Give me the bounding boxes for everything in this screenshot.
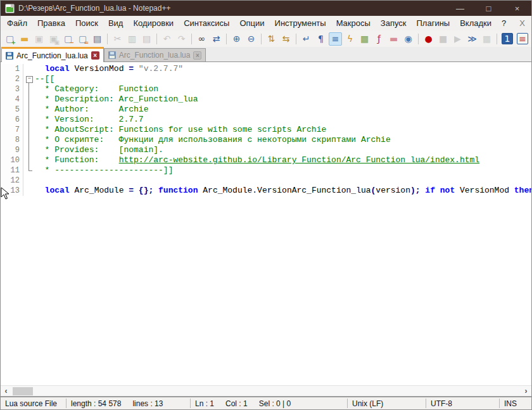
menu-item-?[interactable]: ? — [497, 16, 511, 30]
plugin-button-1-icon[interactable]: 1 — [502, 33, 513, 44]
line-number: 6 — [1, 115, 23, 125]
macro-run-multiple-icon[interactable]: ≫ — [466, 32, 479, 46]
line-number: 9 — [1, 145, 23, 155]
open-file-icon[interactable]: ▬ — [18, 32, 31, 46]
editor-line-2[interactable]: 2--[[ — [1, 74, 531, 84]
copy-icon[interactable]: ▥ — [125, 32, 139, 46]
plugin-button-2-icon[interactable]: ≡ — [517, 33, 528, 44]
word-wrap-icon[interactable]: ↵ — [300, 32, 313, 46]
code-text: * О скрипте: Функции для использования с… — [35, 135, 531, 145]
document-close-icon[interactable]: X — [517, 17, 528, 29]
tab-close-icon[interactable]: × — [91, 51, 99, 60]
editor-line-12[interactable]: 12 — [1, 176, 531, 186]
tab-2[interactable]: Arc_Function_lua.lua× — [104, 48, 206, 61]
minimize-button[interactable]: — — [446, 1, 474, 16]
close-all-badge: = — [84, 40, 89, 46]
user-defined-dialog-icon[interactable]: ϟ — [343, 32, 357, 46]
scrollbar-track[interactable] — [11, 386, 521, 396]
saved-file-icon — [108, 51, 116, 59]
zoom-in-glyph: ⊕ — [233, 34, 241, 43]
scroll-right-icon[interactable]: › — [521, 386, 531, 397]
macro-record-icon[interactable]: ● — [422, 32, 435, 46]
menu-item-Поиск[interactable]: Поиск — [70, 16, 103, 30]
editor-line-7[interactable]: 7 * AboutScript: Functions for use with … — [1, 125, 531, 135]
menu-item-Правка[interactable]: Правка — [32, 16, 70, 30]
zoom-out-glyph: ⊖ — [248, 34, 255, 43]
editor-line-5[interactable]: 5 * Author: Archie — [1, 105, 531, 115]
menu-item-Плагины[interactable]: Плагины — [412, 16, 455, 30]
find-icon[interactable]: ∞ — [195, 32, 208, 46]
close-button[interactable]: × — [503, 1, 531, 16]
status-lines: lines : 13 — [132, 399, 163, 408]
function-list-icon[interactable]: ƒ — [372, 32, 386, 46]
sync-horizontal-scroll-icon[interactable]: ⇆ — [279, 32, 293, 46]
print-icon[interactable]: ▤ — [91, 32, 104, 46]
zoom-out-icon[interactable]: ⊖ — [244, 32, 258, 46]
menu-item-Кодировки[interactable]: Кодировки — [128, 16, 179, 30]
show-indent-guide-icon[interactable]: ≡ — [329, 32, 342, 46]
save-all-icon[interactable]: ▣▣ — [47, 32, 60, 46]
menu-item-Макросы[interactable]: Макросы — [331, 16, 376, 30]
menu-item-Синтаксисы[interactable]: Синтаксисы — [179, 16, 234, 30]
code-text: * Description: Arc_Function_lua — [35, 94, 531, 105]
maximize-button[interactable]: □ — [474, 1, 503, 16]
fold-margin-start[interactable] — [23, 74, 35, 84]
find-glyph: ∞ — [198, 34, 206, 43]
code-text: * Function: http://arc-website.github.io… — [35, 155, 531, 165]
statusbar: Lua source File length : 54 578 lines : … — [1, 397, 531, 409]
menu-item-Файл[interactable]: Файл — [2, 16, 32, 30]
editor-line-6[interactable]: 6 * Version: 2.7.7 — [1, 115, 531, 125]
fold-margin-line — [23, 84, 35, 94]
paste-icon[interactable]: ▤ — [140, 32, 153, 46]
fold-margin-line — [23, 125, 35, 135]
editor-line-3[interactable]: 3 * Category: Function — [1, 84, 531, 94]
plugin-button-2-glyph: ≡ — [519, 34, 526, 43]
close-file-icon[interactable]: ▢− — [61, 32, 75, 46]
editor-line-8[interactable]: 8 * О скрипте: Функции для использования… — [1, 135, 531, 145]
folder-as-workspace-icon[interactable]: ▬ — [387, 32, 400, 46]
macro-stop-icon[interactable]: ■ — [436, 32, 450, 46]
line-number: 1 — [1, 64, 23, 74]
redo-icon[interactable]: ↷ — [175, 32, 188, 46]
code-text: * Version: 2.7.7 — [35, 115, 531, 125]
editor-line-11[interactable]: 11 * ----------------------]] — [1, 165, 531, 176]
save-all-badge: ▣ — [54, 40, 60, 46]
horizontal-scrollbar[interactable]: ‹ › — [1, 385, 531, 396]
fold-margin-line — [23, 94, 35, 105]
macro-play-icon[interactable]: ▶ — [451, 32, 464, 46]
document-map-icon[interactable]: ▦ — [358, 32, 371, 46]
new-file-icon[interactable]: ▢+ — [3, 32, 16, 46]
editor-lines: 1 local VersionMod = "v.2.7.7"2--[[3 * C… — [1, 62, 531, 196]
titlebar: D:\Резерв\Arc_Function_lua.lua - Notepad… — [1, 1, 531, 16]
function-list-glyph: ƒ — [377, 34, 381, 43]
view-monitoring-icon[interactable]: ◉ — [402, 32, 415, 46]
menu-item-Опции[interactable]: Опции — [234, 16, 269, 30]
editor-line-9[interactable]: 9 * Provides: [nomain]. — [1, 145, 531, 155]
menu-item-Вкладки[interactable]: Вкладки — [455, 16, 497, 30]
show-all-characters-icon[interactable]: ¶ — [314, 32, 327, 46]
toolbar: ▢+▬▣▣▣▢−▢=▤✂▥▤↶↷∞⇄⊕⊖⇅⇆↵¶≡ϟ▦ƒ▬◉●■▶≫▦1≡ › — [1, 30, 531, 47]
menu-item-Вид[interactable]: Вид — [103, 16, 129, 30]
editor-line-13[interactable]: 13 local Arc_Module = {}; function Arc_M… — [1, 186, 531, 196]
close-all-icon[interactable]: ▢= — [76, 32, 89, 46]
scroll-left-icon[interactable]: ‹ — [1, 386, 11, 397]
fold-margin — [23, 64, 35, 74]
editor-line-1[interactable]: 1 local VersionMod = "v.2.7.7" — [1, 64, 531, 74]
editor-pane[interactable]: 1 local VersionMod = "v.2.7.7"2--[[3 * C… — [1, 62, 531, 385]
undo-icon[interactable]: ↶ — [160, 32, 174, 46]
save-icon[interactable]: ▣ — [32, 32, 46, 46]
editor-line-10[interactable]: 10 * Function: http://arc-website.github… — [1, 155, 531, 165]
macro-play-glyph: ▶ — [454, 34, 461, 43]
editor-line-4[interactable]: 4 * Description: Arc_Function_lua — [1, 94, 531, 105]
cut-icon[interactable]: ✂ — [111, 32, 124, 46]
replace-icon[interactable]: ⇄ — [210, 32, 223, 46]
macro-save-icon[interactable]: ▦ — [480, 32, 493, 46]
tabbar: Arc_Function_lua.lua×Arc_Function_lua.lu… — [1, 47, 531, 62]
tab-1[interactable]: Arc_Function_lua.lua× — [1, 47, 104, 62]
menu-item-Инструменты[interactable]: Инструменты — [270, 16, 331, 30]
tab-close-icon[interactable]: × — [193, 51, 201, 60]
sync-vertical-scroll-icon[interactable]: ⇅ — [265, 32, 278, 46]
zoom-in-icon[interactable]: ⊕ — [230, 32, 243, 46]
scrollbar-thumb[interactable] — [13, 387, 33, 395]
menu-item-Запуск[interactable]: Запуск — [376, 16, 412, 30]
